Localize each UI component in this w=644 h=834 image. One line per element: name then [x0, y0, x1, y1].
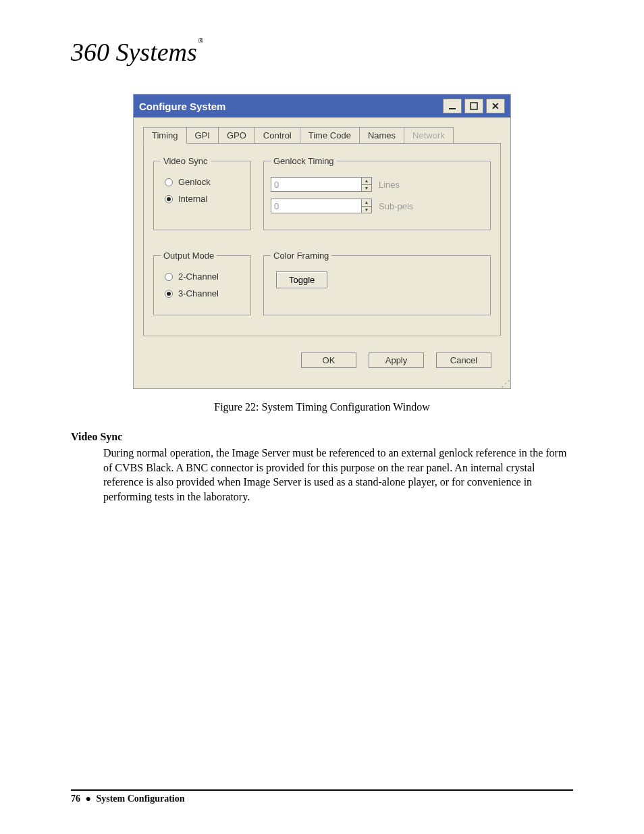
genlock-timing-legend: Genlock Timing	[271, 156, 337, 166]
tab-network[interactable]: Network	[404, 127, 454, 143]
radio-label: 2-Channel	[178, 271, 219, 282]
output-mode-group: Output Mode 2-Channel 3-Channel	[153, 251, 251, 315]
radio-3channel[interactable]: 3-Channel	[165, 288, 244, 298]
section-heading: Video Sync	[71, 431, 573, 443]
radio-icon	[165, 178, 173, 186]
tab-control[interactable]: Control	[254, 127, 300, 143]
video-sync-legend: Video Sync	[161, 156, 211, 166]
maximize-icon	[470, 102, 478, 110]
radio-internal[interactable]: Internal	[165, 194, 244, 204]
window-titlebar: Configure System ✕	[134, 95, 510, 118]
radio-label: Internal	[178, 194, 207, 204]
color-framing-group: Color Framing Toggle	[263, 251, 491, 315]
resize-grip-icon[interactable]: ⋰	[134, 380, 510, 388]
page-footer: 76 ● System Configuration	[71, 789, 573, 804]
lines-stepper[interactable]: ▲ ▼	[271, 177, 372, 192]
radio-label: Genlock	[178, 177, 211, 187]
tab-content: Video Sync Genlock Internal Genlock Timi…	[143, 143, 501, 336]
lines-input[interactable]	[271, 178, 361, 191]
close-icon: ✕	[491, 101, 500, 111]
radio-icon	[165, 273, 173, 281]
dialog-button-row: OK Apply Cancel	[134, 346, 510, 380]
tab-timing[interactable]: Timing	[143, 127, 187, 144]
figure-caption: Figure 22: System Timing Configuration W…	[71, 401, 573, 413]
configure-system-window: Configure System ✕ Timing GPI GPO	[133, 94, 511, 389]
toggle-button[interactable]: Toggle	[276, 271, 327, 288]
tab-gpi[interactable]: GPI	[186, 127, 219, 143]
footer-bullet-icon: ●	[86, 793, 91, 804]
window-title: Configure System	[139, 101, 225, 112]
output-mode-legend: Output Mode	[161, 251, 217, 261]
subpels-input[interactable]	[271, 199, 361, 213]
radio-label: 3-Channel	[178, 288, 219, 298]
lines-up-icon[interactable]: ▲	[362, 178, 371, 185]
maximize-button[interactable]	[464, 99, 483, 113]
genlock-timing-group: Genlock Timing ▲ ▼ Lines	[263, 156, 491, 230]
lines-down-icon[interactable]: ▼	[362, 185, 371, 192]
cancel-button[interactable]: Cancel	[436, 353, 491, 368]
body-paragraph: During normal operation, the Image Serve…	[103, 446, 573, 504]
radio-genlock[interactable]: Genlock	[165, 177, 244, 187]
lines-label: Lines	[379, 180, 400, 190]
footer-section-name: System Configuration	[96, 793, 184, 804]
svg-rect-0	[449, 108, 456, 109]
tab-gpo[interactable]: GPO	[218, 127, 255, 143]
radio-icon	[165, 290, 173, 298]
subpels-up-icon[interactable]: ▲	[362, 199, 371, 207]
brand-logo: 360 Systems	[71, 37, 573, 67]
minimize-button[interactable]	[443, 99, 462, 113]
ok-button[interactable]: OK	[301, 353, 356, 368]
tab-time-code[interactable]: Time Code	[300, 127, 360, 143]
page-number: 76	[71, 793, 80, 804]
minimize-icon	[448, 102, 456, 110]
close-button[interactable]: ✕	[486, 99, 505, 113]
tab-row: Timing GPI GPO Control Time Code Names N…	[134, 118, 510, 143]
subpels-label: Sub-pels	[379, 201, 413, 211]
svg-rect-1	[471, 103, 477, 109]
radio-2channel[interactable]: 2-Channel	[165, 271, 244, 282]
video-sync-group: Video Sync Genlock Internal	[153, 156, 251, 230]
apply-button[interactable]: Apply	[369, 353, 424, 368]
radio-icon	[165, 195, 173, 203]
subpels-stepper[interactable]: ▲ ▼	[271, 199, 372, 213]
color-framing-legend: Color Framing	[271, 251, 331, 261]
subpels-down-icon[interactable]: ▼	[362, 207, 371, 213]
tab-names[interactable]: Names	[359, 127, 404, 143]
